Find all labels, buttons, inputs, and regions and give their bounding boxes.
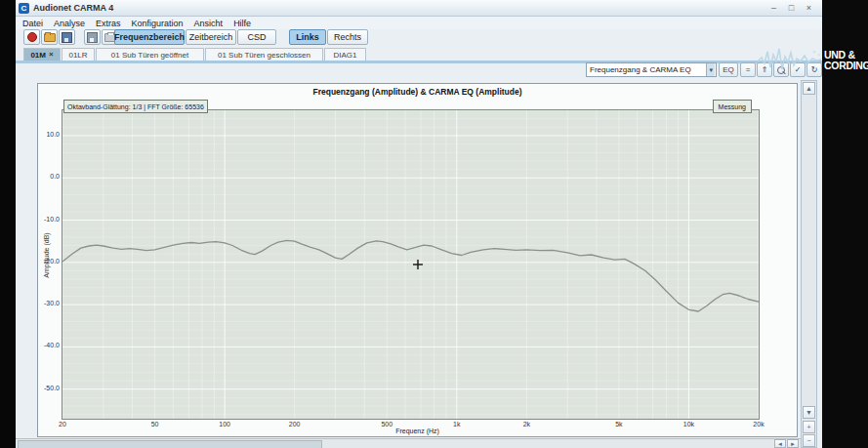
menu-konfiguration[interactable]: Konfiguration [132,19,184,28]
minimize-icon[interactable]: – [768,2,779,14]
export-button[interactable] [84,29,101,45]
scroll-right-icon[interactable]: ► [787,439,799,448]
y-tick-0.0: 0.0 [39,173,60,180]
tab-4[interactable]: 01 Sub Türen geschlossen [205,48,323,61]
measurement-tabs: 01M×01LR01 Sub Türen geöffnet01 Sub Türe… [16,47,822,61]
tab-3[interactable]: 01 Sub Türen geöffnet [96,48,204,61]
open-button[interactable] [41,29,58,45]
app-window: C Audionet CARMA 4 – □ × DateiAnalyseExt… [16,0,822,448]
tab-2[interactable]: 01LR [62,48,95,61]
view-button-zeitbereich[interactable]: Zeitbereich [186,29,236,45]
tab-label: 01 Sub Türen geschlossen [218,51,310,60]
x-tick-1k: 1k [453,421,460,428]
view-select-value: Frequenzgang & CARMA EQ [590,65,691,74]
menu-hilfe[interactable]: Hilfe [233,19,251,28]
save-button[interactable] [59,29,75,45]
measurement-curve [62,240,759,311]
x-tick-5k: 5k [615,421,622,428]
x-tick-20: 20 [59,421,66,428]
channel-button-links[interactable]: Links [289,29,326,45]
equalize-icon: = [746,65,751,74]
x-tick-100: 100 [219,421,230,428]
tab-label: DIAG1 [333,51,356,60]
tab-label: 01LR [68,51,87,60]
y-tick--40.0: -40.0 [39,342,60,348]
floppy2-icon [87,32,98,43]
equalize-button[interactable]: = [740,62,756,77]
zoom-out-button[interactable]: − [803,434,815,447]
tab-label: 01 Sub Türen geöffnet [111,51,188,60]
hscroll-thumb[interactable] [18,440,322,448]
y-tick-10.0: 10.0 [39,131,60,138]
close-icon[interactable]: × [804,2,814,14]
menu-extras[interactable]: Extras [96,19,121,28]
chevron-down-icon: ▾ [706,63,715,76]
x-tick-10k: 10k [683,421,694,428]
view-select-dropdown[interactable]: Frequenzgang & CARMA EQ ▾ [586,62,717,77]
x-tick-2k: 2k [523,421,530,428]
video-frame: C Audionet CARMA 4 – □ × DateiAnalyseExt… [0,0,868,448]
y-axis-label: Amplitude (dB) [43,222,50,290]
view-button-csd[interactable]: CSD [237,29,276,45]
x-tick-500: 500 [381,421,393,428]
waveform-logo-icon [758,44,822,73]
horizontal-scrollbar[interactable]: ◄ ► [16,438,801,448]
chart-title: Frequenzgang (Amplitude) & CARMA EQ (Amp… [38,87,797,97]
watermark-bar: UND & CORDING [822,0,868,448]
view-button-frequenzbereich[interactable]: Frequenzbereich [114,29,185,45]
watermark-text: UND & CORDING [824,50,868,71]
tab-1[interactable]: 01M× [23,48,61,61]
x-tick-50: 50 [151,421,159,428]
menu-ansicht[interactable]: Ansicht [194,19,224,28]
vertical-scrollbar[interactable]: ▲ ▼ + − [801,80,817,448]
app-logo-icon: C [19,3,29,14]
tab-label: 01M [30,51,46,60]
x-tick-200: 200 [289,421,301,428]
eq-button[interactable]: EQ [719,62,738,77]
chart-panel: Frequenzgang (Amplitude) & CARMA EQ (Amp… [37,83,798,437]
close-tab-icon[interactable]: × [49,51,54,59]
window-controls: – □ × [768,2,814,14]
x-axis-label: Frequenz (Hz) [38,428,797,434]
frequency-response-chart [62,110,759,419]
menu-datei[interactable]: Datei [22,19,43,28]
letterbox-left [0,0,16,448]
y-tick--50.0: -50.0 [39,385,60,391]
floppy-icon [62,32,72,43]
scroll-up-icon[interactable]: ▲ [803,82,815,95]
window-title: Audionet CARMA 4 [33,3,113,13]
restore-icon[interactable]: □ [786,2,797,14]
zoom-in-button[interactable]: + [803,421,815,433]
folder-icon [44,33,56,42]
record-icon [27,32,37,42]
scroll-down-icon[interactable]: ▼ [803,406,815,419]
x-tick-20k: 20k [753,421,764,428]
legend-measurement: Messung [713,100,752,113]
y-tick--20.0: -20.0 [39,258,60,265]
tab-5[interactable]: DIAG1 [324,48,366,61]
scroll-left-icon[interactable]: ◄ [774,439,786,448]
record-button[interactable] [23,29,40,45]
title-bar: C Audionet CARMA 4 – □ × [16,0,822,17]
y-tick--30.0: -30.0 [39,300,60,306]
toolbar: FrequenzbereichZeitbereichCSDLinksRechts [16,28,822,47]
y-tick--10.0: -10.0 [39,216,60,223]
smoothing-info-box: Oktavband-Glättung: 1/3 | FFT Größe: 655… [63,100,208,113]
menu-analyse[interactable]: Analyse [54,19,85,28]
channel-button-rechts[interactable]: Rechts [327,29,368,45]
plot-area[interactable] [62,109,760,420]
